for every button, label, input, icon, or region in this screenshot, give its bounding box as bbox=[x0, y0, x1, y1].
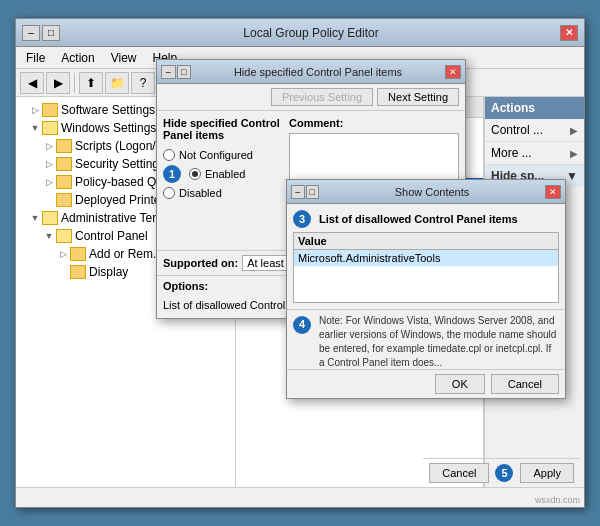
supported-label: Supported on: bbox=[163, 257, 238, 269]
dialog1-title: Hide specified Control Panel items bbox=[191, 66, 445, 78]
toolbar-separator bbox=[74, 73, 75, 93]
next-setting-btn[interactable]: Next Setting bbox=[377, 88, 459, 106]
expand-icon bbox=[42, 193, 56, 207]
action-control[interactable]: Control ... ▶ bbox=[485, 119, 584, 142]
up-button[interactable]: ⬆ bbox=[79, 72, 103, 94]
cancel-button[interactable]: Cancel bbox=[491, 374, 559, 394]
folder-open-icon bbox=[56, 229, 72, 243]
d2-table: Value Microsoft.AdministrativeTools bbox=[293, 232, 559, 303]
folder-open-icon bbox=[42, 211, 58, 225]
radio-label-disabled: Disabled bbox=[179, 187, 222, 199]
folder-icon bbox=[42, 103, 58, 117]
actions-header: Actions bbox=[485, 97, 584, 119]
menu-action[interactable]: Action bbox=[55, 49, 100, 67]
d1-minimize-btn[interactable]: – bbox=[161, 65, 176, 79]
prev-setting-btn[interactable]: Previous Setting bbox=[271, 88, 373, 106]
folder-icon bbox=[70, 265, 86, 279]
status-bar bbox=[16, 487, 584, 507]
badge-3: 3 bbox=[293, 210, 311, 228]
table-row-value: Microsoft.AdministrativeTools bbox=[298, 252, 440, 264]
ok-button[interactable]: OK bbox=[435, 374, 485, 394]
d2-close-btn[interactable]: ✕ bbox=[545, 185, 561, 199]
dialog2-title: Show Contents bbox=[319, 186, 545, 198]
forward-button[interactable]: ▶ bbox=[46, 72, 70, 94]
expand-icon: ▷ bbox=[42, 175, 56, 189]
tree-label: Control Panel bbox=[75, 229, 148, 243]
tree-label: Windows Settings bbox=[61, 121, 156, 135]
apply-btn[interactable]: Apply bbox=[520, 463, 574, 483]
menu-view[interactable]: View bbox=[105, 49, 143, 67]
expand-icon: ▷ bbox=[28, 103, 42, 117]
d2-content: 3 List of disallowed Control Panel items… bbox=[287, 204, 565, 309]
tree-label: Display bbox=[89, 265, 128, 279]
note-content: Note: For Windows Vista, Windows Server … bbox=[319, 314, 559, 369]
folder-icon bbox=[56, 139, 72, 153]
folder-icon bbox=[56, 193, 72, 207]
dialog1-left: Hide specified Control Panel items Not C… bbox=[163, 117, 283, 244]
back-button[interactable]: ◀ bbox=[20, 72, 44, 94]
radio-disabled[interactable]: Disabled bbox=[163, 187, 283, 199]
expand-icon bbox=[56, 265, 70, 279]
help-button[interactable]: ? bbox=[131, 72, 155, 94]
arrow-icon: ▶ bbox=[570, 125, 578, 136]
title-bar: – □ Local Group Policy Editor ✕ bbox=[16, 19, 584, 47]
comment-label: Comment: bbox=[289, 117, 459, 129]
expand-icon: ▷ bbox=[42, 139, 56, 153]
folder-icon bbox=[56, 175, 72, 189]
expand-icon: ▼ bbox=[28, 211, 42, 225]
radio-label: Not Configured bbox=[179, 149, 253, 161]
expand-icon: ▷ bbox=[42, 157, 56, 171]
tree-label: Software Settings bbox=[61, 103, 155, 117]
dialog2-title-bar: – □ Show Contents ✕ bbox=[287, 180, 565, 204]
main-window: – □ Local Group Policy Editor ✕ File Act… bbox=[15, 18, 585, 508]
arrow-icon: ▶ bbox=[570, 148, 578, 159]
radio-label-enabled: Enabled bbox=[205, 168, 245, 180]
tree-label: Add or Rem... bbox=[89, 247, 163, 261]
d2-maximize-btn[interactable]: □ bbox=[306, 185, 320, 199]
value-column-header: Value bbox=[298, 235, 327, 247]
d1-maximize-btn[interactable]: □ bbox=[177, 65, 192, 79]
action-more[interactable]: More ... ▶ bbox=[485, 142, 584, 165]
radio-enabled[interactable]: 1 Enabled bbox=[163, 165, 283, 183]
badge-5: 5 bbox=[495, 464, 513, 482]
folder-icon bbox=[70, 247, 86, 261]
expand-icon: ▼ bbox=[566, 169, 578, 183]
expand-icon: ▼ bbox=[28, 121, 42, 135]
browse-button[interactable]: 📁 bbox=[105, 72, 129, 94]
radio-group: Not Configured 1 Enabled Disabled bbox=[163, 149, 283, 199]
d1-close-btn[interactable]: ✕ bbox=[445, 65, 461, 79]
radio-button-enabled[interactable] bbox=[189, 168, 201, 180]
expand-icon: ▷ bbox=[56, 247, 70, 261]
expand-icon: ▼ bbox=[42, 229, 56, 243]
radio-button[interactable] bbox=[163, 149, 175, 161]
maximize-button[interactable]: □ bbox=[42, 25, 60, 41]
minimize-button[interactable]: – bbox=[22, 25, 40, 41]
radio-not-configured[interactable]: Not Configured bbox=[163, 149, 283, 161]
cancel-main-btn[interactable]: Cancel bbox=[429, 463, 489, 483]
action-label: More ... bbox=[491, 146, 532, 160]
dialog1-title-bar: – □ Hide specified Control Panel items ✕ bbox=[157, 60, 465, 84]
d2-list-label: List of disallowed Control Panel items bbox=[319, 213, 518, 225]
badge-1: 1 bbox=[163, 165, 181, 183]
tree-label: Security Settings bbox=[75, 157, 165, 171]
folder-open-icon bbox=[42, 121, 58, 135]
menu-file[interactable]: File bbox=[20, 49, 51, 67]
dialog-show-contents: – □ Show Contents ✕ 3 List of disallowed… bbox=[286, 179, 566, 399]
d2-minimize-btn[interactable]: – bbox=[291, 185, 305, 199]
window-title: Local Group Policy Editor bbox=[62, 26, 560, 40]
d2-table-header: Value bbox=[294, 233, 558, 250]
close-button[interactable]: ✕ bbox=[560, 25, 578, 41]
setting-name: Hide specified Control Panel items bbox=[163, 117, 283, 141]
d2-ok-cancel-row: OK Cancel bbox=[287, 369, 565, 398]
badge-4: 4 bbox=[293, 316, 311, 334]
folder-icon bbox=[56, 157, 72, 171]
action-label: Control ... bbox=[491, 123, 543, 137]
watermark: wsxdn.com bbox=[535, 495, 580, 505]
note-text: 4 Note: For Windows Vista, Windows Serve… bbox=[287, 309, 565, 369]
d2-table-row[interactable]: Microsoft.AdministrativeTools bbox=[294, 250, 558, 266]
bottom-buttons: Cancel 5 Apply bbox=[423, 458, 580, 487]
dialog1-nav: Previous Setting Next Setting bbox=[157, 84, 465, 111]
radio-button-disabled[interactable] bbox=[163, 187, 175, 199]
